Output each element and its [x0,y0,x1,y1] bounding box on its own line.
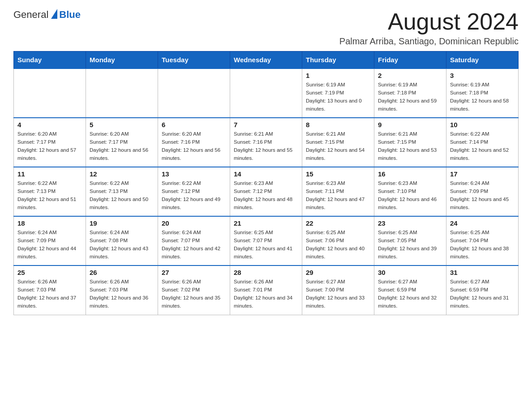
calendar-cell-w1-d4: 1Sunrise: 6:19 AMSunset: 7:19 PMDaylight… [302,68,374,118]
calendar-cell-w3-d0: 11Sunrise: 6:22 AMSunset: 7:13 PMDayligh… [14,167,86,216]
week-row-3: 11Sunrise: 6:22 AMSunset: 7:13 PMDayligh… [14,167,519,216]
calendar-cell-w5-d0: 25Sunrise: 6:26 AMSunset: 7:03 PMDayligh… [14,265,86,315]
day-number: 28 [234,269,298,276]
calendar-table: Sunday Monday Tuesday Wednesday Thursday… [13,51,519,315]
day-info: Sunrise: 6:19 AMSunset: 7:19 PMDaylight:… [306,81,370,113]
col-saturday: Saturday [446,51,519,69]
day-number: 25 [17,269,82,276]
calendar-cell-w2-d3: 7Sunrise: 6:21 AMSunset: 7:16 PMDaylight… [230,118,302,167]
calendar-cell-w4-d6: 24Sunrise: 6:25 AMSunset: 7:04 PMDayligh… [446,216,519,265]
logo-blue: Blue [59,9,81,21]
day-number: 16 [378,170,442,178]
day-info: Sunrise: 6:23 AMSunset: 7:10 PMDaylight:… [378,180,442,211]
day-info: Sunrise: 6:21 AMSunset: 7:16 PMDaylight:… [234,130,298,162]
day-info: Sunrise: 6:21 AMSunset: 7:15 PMDaylight:… [378,130,442,162]
day-number: 7 [234,121,298,128]
day-info: Sunrise: 6:25 AMSunset: 7:07 PMDaylight:… [234,229,298,261]
day-number: 11 [17,170,82,178]
col-wednesday: Wednesday [230,51,302,69]
calendar-cell-w5-d1: 26Sunrise: 6:26 AMSunset: 7:03 PMDayligh… [86,265,158,315]
day-info: Sunrise: 6:22 AMSunset: 7:13 PMDaylight:… [90,180,154,211]
calendar-cell-w5-d2: 27Sunrise: 6:26 AMSunset: 7:02 PMDayligh… [158,265,230,315]
calendar-cell-w4-d4: 22Sunrise: 6:25 AMSunset: 7:06 PMDayligh… [302,216,374,265]
day-number: 1 [306,72,370,79]
day-number: 31 [450,269,515,276]
day-number: 22 [306,219,370,227]
month-year-title: August 2024 [339,9,519,34]
calendar-cell-w4-d0: 18Sunrise: 6:24 AMSunset: 7:09 PMDayligh… [14,216,86,265]
calendar-cell-w2-d0: 4Sunrise: 6:20 AMSunset: 7:17 PMDaylight… [14,118,86,167]
calendar-cell-w3-d1: 12Sunrise: 6:22 AMSunset: 7:13 PMDayligh… [86,167,158,216]
calendar-cell-w3-d4: 15Sunrise: 6:23 AMSunset: 7:11 PMDayligh… [302,167,374,216]
day-number: 12 [90,170,154,178]
calendar-cell-w2-d1: 5Sunrise: 6:20 AMSunset: 7:17 PMDaylight… [86,118,158,167]
col-monday: Monday [86,51,158,69]
calendar-cell-w1-d2 [158,68,230,118]
day-info: Sunrise: 6:26 AMSunset: 7:03 PMDaylight:… [17,278,82,310]
day-number: 3 [450,72,515,79]
col-friday: Friday [374,51,446,69]
calendar-cell-w2-d5: 9Sunrise: 6:21 AMSunset: 7:15 PMDaylight… [374,118,446,167]
day-info: Sunrise: 6:20 AMSunset: 7:16 PMDaylight:… [162,130,226,162]
day-number: 9 [378,121,442,128]
day-info: Sunrise: 6:27 AMSunset: 7:00 PMDaylight:… [306,278,370,310]
calendar-cell-w1-d5: 2Sunrise: 6:19 AMSunset: 7:18 PMDaylight… [374,68,446,118]
day-number: 17 [450,170,515,178]
col-tuesday: Tuesday [158,51,230,69]
day-info: Sunrise: 6:24 AMSunset: 7:07 PMDaylight:… [162,229,226,261]
week-row-1: 1Sunrise: 6:19 AMSunset: 7:19 PMDaylight… [14,68,519,118]
day-number: 24 [450,219,515,227]
day-info: Sunrise: 6:24 AMSunset: 7:09 PMDaylight:… [450,180,515,211]
day-number: 20 [162,219,226,227]
day-info: Sunrise: 6:27 AMSunset: 6:59 PMDaylight:… [378,278,442,310]
day-info: Sunrise: 6:24 AMSunset: 7:08 PMDaylight:… [90,229,154,261]
day-info: Sunrise: 6:20 AMSunset: 7:17 PMDaylight:… [90,130,154,162]
col-sunday: Sunday [14,51,86,69]
day-number: 29 [306,269,370,276]
day-info: Sunrise: 6:26 AMSunset: 7:01 PMDaylight:… [234,278,298,310]
calendar-cell-w4-d2: 20Sunrise: 6:24 AMSunset: 7:07 PMDayligh… [158,216,230,265]
day-info: Sunrise: 6:24 AMSunset: 7:09 PMDaylight:… [17,229,82,261]
day-info: Sunrise: 6:22 AMSunset: 7:14 PMDaylight:… [450,130,515,162]
header: General Blue August 2024 Palmar Arriba, … [13,9,519,47]
calendar-cell-w1-d3 [230,68,302,118]
calendar-cell-w4-d3: 21Sunrise: 6:25 AMSunset: 7:07 PMDayligh… [230,216,302,265]
day-info: Sunrise: 6:23 AMSunset: 7:12 PMDaylight:… [234,180,298,211]
day-number: 8 [306,121,370,128]
day-info: Sunrise: 6:19 AMSunset: 7:18 PMDaylight:… [378,81,442,113]
day-info: Sunrise: 6:19 AMSunset: 7:18 PMDaylight:… [450,81,515,113]
day-number: 21 [234,219,298,227]
calendar-cell-w2-d6: 10Sunrise: 6:22 AMSunset: 7:14 PMDayligh… [446,118,519,167]
day-info: Sunrise: 6:26 AMSunset: 7:03 PMDaylight:… [90,278,154,310]
day-info: Sunrise: 6:22 AMSunset: 7:12 PMDaylight:… [162,180,226,211]
week-row-2: 4Sunrise: 6:20 AMSunset: 7:17 PMDaylight… [14,118,519,167]
day-number: 23 [378,219,442,227]
title-area: August 2024 Palmar Arriba, Santiago, Dom… [339,9,519,47]
location-subtitle: Palmar Arriba, Santiago, Dominican Repub… [339,36,519,47]
day-number: 15 [306,170,370,178]
day-number: 5 [90,121,154,128]
logo: General Blue [13,9,81,21]
calendar-cell-w3-d6: 17Sunrise: 6:24 AMSunset: 7:09 PMDayligh… [446,167,519,216]
calendar-cell-w3-d2: 13Sunrise: 6:22 AMSunset: 7:12 PMDayligh… [158,167,230,216]
calendar-cell-w5-d4: 29Sunrise: 6:27 AMSunset: 7:00 PMDayligh… [302,265,374,315]
calendar-cell-w4-d5: 23Sunrise: 6:25 AMSunset: 7:05 PMDayligh… [374,216,446,265]
calendar-cell-w3-d3: 14Sunrise: 6:23 AMSunset: 7:12 PMDayligh… [230,167,302,216]
day-info: Sunrise: 6:25 AMSunset: 7:05 PMDaylight:… [378,229,442,261]
day-number: 13 [162,170,226,178]
logo-general: General [13,9,48,21]
calendar-cell-w4-d1: 19Sunrise: 6:24 AMSunset: 7:08 PMDayligh… [86,216,158,265]
day-info: Sunrise: 6:21 AMSunset: 7:15 PMDaylight:… [306,130,370,162]
day-info: Sunrise: 6:25 AMSunset: 7:04 PMDaylight:… [450,229,515,261]
day-number: 27 [162,269,226,276]
day-number: 18 [17,219,82,227]
day-number: 10 [450,121,515,128]
day-info: Sunrise: 6:27 AMSunset: 6:59 PMDaylight:… [450,278,515,310]
calendar-header-row: Sunday Monday Tuesday Wednesday Thursday… [14,51,519,69]
logo-triangle-icon [51,9,57,19]
day-number: 2 [378,72,442,79]
week-row-4: 18Sunrise: 6:24 AMSunset: 7:09 PMDayligh… [14,216,519,265]
calendar-cell-w1-d0 [14,68,86,118]
day-number: 4 [17,121,82,128]
calendar-cell-w5-d3: 28Sunrise: 6:26 AMSunset: 7:01 PMDayligh… [230,265,302,315]
